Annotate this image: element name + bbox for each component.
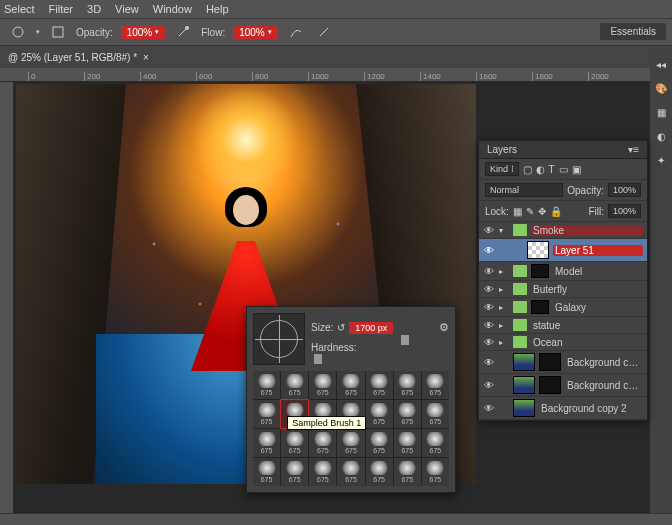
brush-preset[interactable]: 675Sampled Brush 1: [281, 400, 308, 428]
document-tab[interactable]: @ 25% (Layer 51, RGB/8#) * ×: [0, 46, 672, 68]
lock-all-icon[interactable]: 🔒: [550, 206, 562, 217]
color-panel-icon[interactable]: 🎨: [653, 80, 669, 96]
styles-panel-icon[interactable]: ✦: [653, 152, 669, 168]
menu-bar: Select Filter 3D View Window Help: [0, 0, 672, 18]
gear-icon[interactable]: ⚙: [439, 321, 449, 334]
menu-item[interactable]: Window: [153, 3, 192, 15]
layer-group[interactable]: 👁▸Ocean: [479, 334, 647, 351]
brush-preset[interactable]: 675: [422, 400, 449, 428]
ruler-vertical: [0, 82, 14, 513]
brush-preset[interactable]: 675: [394, 429, 421, 457]
visibility-icon[interactable]: 👁: [483, 357, 495, 368]
brush-preset[interactable]: 675: [366, 400, 393, 428]
brush-preset[interactable]: 675: [253, 371, 280, 399]
menu-item[interactable]: Filter: [49, 3, 73, 15]
layer-filter-kind[interactable]: Kind ⁞: [485, 162, 519, 176]
brush-preset[interactable]: 675: [366, 429, 393, 457]
brush-preset[interactable]: 675: [394, 400, 421, 428]
disclosure-icon[interactable]: ▸: [499, 338, 509, 347]
lock-pixels-icon[interactable]: ✎: [526, 206, 534, 217]
menu-item[interactable]: View: [115, 3, 139, 15]
layer-name: Ocean: [531, 337, 643, 348]
flow-field[interactable]: 100%▾: [233, 26, 278, 39]
brush-preset[interactable]: 675: [394, 371, 421, 399]
brush-preset[interactable]: 675: [281, 429, 308, 457]
layer-item[interactable]: 👁Background copy: [479, 374, 647, 397]
reset-size-icon[interactable]: ↺: [337, 322, 345, 333]
filter-pixel-icon[interactable]: ▢: [523, 164, 532, 175]
disclosure-icon[interactable]: ▸: [499, 321, 509, 330]
workspace-switcher[interactable]: Essentials: [600, 23, 666, 40]
brush-preset[interactable]: 675: [366, 458, 393, 486]
visibility-icon[interactable]: 👁: [483, 320, 495, 331]
brush-preset[interactable]: 675: [337, 429, 364, 457]
layer-group[interactable]: 👁▸Model: [479, 262, 647, 281]
layer-opacity-field[interactable]: 100%: [608, 183, 641, 197]
filter-smart-icon[interactable]: ▣: [572, 164, 581, 175]
brush-size-field[interactable]: 1700 px: [349, 322, 393, 334]
opacity-field[interactable]: 100%▾: [121, 26, 166, 39]
brush-preset[interactable]: 675: [394, 458, 421, 486]
filter-type-icon[interactable]: T: [549, 164, 555, 175]
menu-item[interactable]: 3D: [87, 3, 101, 15]
expand-dock-icon[interactable]: ◂◂: [653, 56, 669, 72]
layer-group[interactable]: 👁▸statue: [479, 317, 647, 334]
fill-field[interactable]: 100%: [608, 204, 641, 218]
layer-group[interactable]: 👁▸Buterfly: [479, 281, 647, 298]
pressure-opacity-icon[interactable]: [173, 22, 193, 42]
airbrush-icon[interactable]: [286, 22, 306, 42]
brush-preset[interactable]: 675: [309, 458, 336, 486]
layer-thumb: [527, 241, 549, 259]
layers-tab[interactable]: Layers: [487, 144, 517, 155]
layer-item[interactable]: 👁Background copy 2: [479, 397, 647, 420]
visibility-icon[interactable]: 👁: [483, 225, 495, 236]
menu-item[interactable]: Select: [4, 3, 35, 15]
close-icon[interactable]: ×: [143, 52, 149, 63]
visibility-icon[interactable]: 👁: [483, 266, 495, 277]
brush-tip-preview[interactable]: [253, 313, 305, 365]
ruler-mark: 0: [28, 72, 84, 81]
disclosure-icon[interactable]: ▸: [499, 285, 509, 294]
brush-preset-caret[interactable]: ▾: [36, 28, 40, 36]
disclosure-icon[interactable]: ▸: [499, 267, 509, 276]
filter-shape-icon[interactable]: ▭: [559, 164, 568, 175]
brush-preset[interactable]: 675: [422, 429, 449, 457]
brush-preset[interactable]: 675: [253, 458, 280, 486]
brush-preset[interactable]: 675: [281, 371, 308, 399]
adjustments-panel-icon[interactable]: ◐: [653, 128, 669, 144]
brush-preset[interactable]: 675: [309, 429, 336, 457]
lock-transparency-icon[interactable]: ▦: [513, 206, 522, 217]
brush-preset[interactable]: 675: [337, 371, 364, 399]
disclosure-icon[interactable]: ▾: [499, 226, 509, 235]
menu-item[interactable]: Help: [206, 3, 229, 15]
visibility-icon[interactable]: 👁: [483, 403, 495, 414]
brush-preset[interactable]: 675: [253, 400, 280, 428]
swatches-panel-icon[interactable]: ▦: [653, 104, 669, 120]
brush-preset[interactable]: 675: [337, 458, 364, 486]
brush-preset[interactable]: 675: [281, 458, 308, 486]
lock-position-icon[interactable]: ✥: [538, 206, 546, 217]
visibility-icon[interactable]: 👁: [483, 245, 495, 256]
brush-preset[interactable]: 675: [309, 371, 336, 399]
fill-label: Fill:: [588, 206, 604, 217]
panel-menu-icon[interactable]: ▾≡: [628, 144, 639, 155]
visibility-icon[interactable]: 👁: [483, 380, 495, 391]
brush-preset[interactable]: 675: [422, 458, 449, 486]
brush-preset[interactable]: 675: [366, 371, 393, 399]
visibility-icon[interactable]: 👁: [483, 302, 495, 313]
filter-adjust-icon[interactable]: ◐: [536, 164, 545, 175]
visibility-icon[interactable]: 👁: [483, 337, 495, 348]
layer-item[interactable]: 👁Background copy 3: [479, 351, 647, 374]
brush-preset[interactable]: 675: [422, 371, 449, 399]
layer-item[interactable]: 👁Layer 51: [479, 239, 647, 262]
brush-preset-icon[interactable]: [8, 22, 28, 42]
ruler-mark: 2000: [588, 72, 644, 81]
disclosure-icon[interactable]: ▸: [499, 303, 509, 312]
visibility-icon[interactable]: 👁: [483, 284, 495, 295]
layer-group[interactable]: 👁▸Galaxy: [479, 298, 647, 317]
pressure-size-icon[interactable]: [314, 22, 334, 42]
brush-preset[interactable]: 675: [253, 429, 280, 457]
layer-group[interactable]: 👁▾Smoke: [479, 222, 647, 239]
brush-panel-icon[interactable]: [48, 22, 68, 42]
blend-mode-select[interactable]: Normal: [485, 183, 563, 197]
